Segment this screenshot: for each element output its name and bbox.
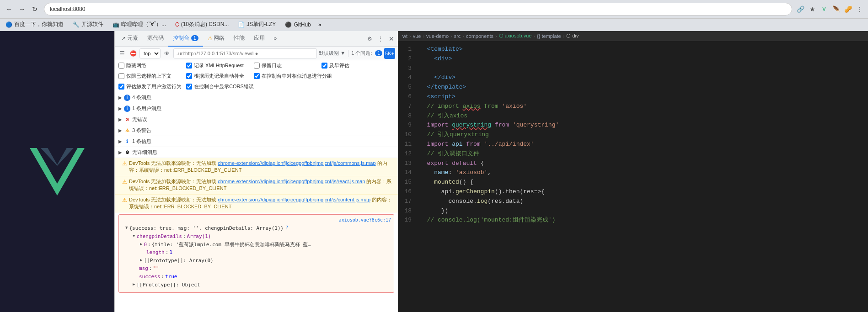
eye-icon[interactable]: 👁 (162, 49, 171, 58)
filter-autocomplete-checkbox[interactable] (186, 73, 192, 79)
filter-log-xmlhttp[interactable]: 记录 XMLHttpRequest (186, 62, 250, 69)
tab-sources[interactable]: 源代码 (143, 31, 168, 47)
breadcrumb-src[interactable]: src (454, 33, 461, 39)
filter-hide-network-checkbox[interactable] (118, 63, 124, 69)
code-name-comma: , (488, 168, 491, 178)
tab-console[interactable]: 控制台 1 (168, 31, 203, 47)
warn-icon-small: ⚠ (208, 35, 213, 42)
filter-hide-network[interactable]: 隐藏网络 (118, 62, 182, 69)
filter-cors-errors-checkbox[interactable] (186, 84, 192, 90)
tab-network-label: 网络 (214, 34, 225, 42)
message-group-user-header[interactable]: ▶ i 1 条用户消息 (115, 103, 398, 114)
bookmark-csdn[interactable]: C (10条消息) CSDN... (173, 20, 230, 29)
line-num-11[interactable]: 11 (398, 140, 416, 149)
filter-log-xmlhttp-checkbox[interactable] (186, 63, 192, 69)
tab-network[interactable]: ⚠ 网络 (203, 31, 229, 47)
bookmark-github[interactable]: ⚫ GitHub (283, 21, 312, 29)
breadcrumb-template[interactable]: {} template (537, 33, 561, 39)
share-icon[interactable]: 🔗 (796, 5, 805, 14)
code-qs-path: 'querystring' (513, 121, 559, 130)
line-num-18[interactable]: 18 (398, 206, 416, 216)
warning-link-3[interactable]: chrome-extension://dipiagiiohfljcicegpgf… (218, 197, 370, 202)
line-num-14[interactable]: 14 (398, 168, 416, 178)
tab-elements[interactable]: ↗ 元素 (117, 31, 143, 47)
message-group-errors-header[interactable]: ▶ ⊘ 无错误 (115, 114, 398, 125)
breadcrumb-wt[interactable]: wt (402, 33, 407, 39)
ext-icon[interactable]: 🪶 (831, 5, 841, 14)
line-num-9[interactable]: 9 (398, 121, 416, 130)
filter-user-activation[interactable]: 评估触发了用户激活行为 (118, 83, 182, 90)
more-options-icon[interactable]: ⋮ (376, 34, 385, 43)
console-settings-btn[interactable]: 5K+ (384, 48, 395, 59)
bookmark-baidu[interactable]: 🔵 百度一下，你就知道 (4, 20, 65, 29)
level-select-label[interactable]: 默认级别 ▼ (319, 50, 345, 57)
line-num-6[interactable]: 6 (398, 92, 416, 102)
filter-autocomplete[interactable]: 根据历史记录自动补全 (186, 73, 250, 79)
tab-application[interactable]: 应用 (249, 31, 269, 47)
address-bar[interactable]: localhost:8080 (44, 3, 792, 16)
filter-preserve-log[interactable]: 保留日志 (254, 62, 318, 69)
filter-cors-errors[interactable]: 在控制台中显示CORS错误 (186, 83, 268, 90)
breadcrumb-axiosob[interactable]: ⬡ axiosob.vue (499, 33, 532, 39)
filter-preserve-log-checkbox[interactable] (254, 63, 260, 69)
tab-more[interactable]: » (269, 31, 282, 47)
filter-group-similar[interactable]: 在控制台中对相似消息进行分组 (254, 73, 332, 79)
bookmark-js[interactable]: 📄 JS单词-LZY (236, 20, 278, 29)
line-num-17[interactable]: 17 (398, 197, 416, 206)
refresh-button[interactable]: ↻ (29, 4, 40, 15)
breadcrumb-vue[interactable]: vue (413, 33, 421, 39)
sidebar-toggle-icon[interactable]: ☰ (118, 49, 127, 58)
line-num-3[interactable]: 3 (398, 64, 416, 74)
line-num-5[interactable]: 5 (398, 83, 416, 92)
obj-root[interactable]: ▼ {success: true, msg: '', chengpinDetai… (122, 224, 391, 233)
back-button[interactable]: ← (4, 4, 15, 15)
filter-selected-context[interactable]: 仅限已选择的上下文 (118, 73, 182, 79)
line-num-7[interactable]: 7 (398, 102, 416, 111)
vue-ext-icon[interactable]: V (820, 5, 829, 14)
settings-gear-icon[interactable]: ⚙ (365, 34, 374, 43)
filter-group-similar-checkbox[interactable] (254, 73, 260, 79)
code-div-close: </div> (420, 73, 455, 83)
line-num-2[interactable]: 2 (398, 54, 416, 64)
warning-link-2[interactable]: chrome-extension://dipiagiiohfljcicegpgf… (218, 179, 365, 184)
frame-select[interactable]: top (139, 48, 161, 58)
prototype-obj-row[interactable]: ▶ [[Prototype]]: Object (129, 281, 391, 289)
bookmark-opensource[interactable]: 🔧 开源软件 (71, 20, 105, 29)
message-group-warnings-header[interactable]: ▶ ⚠ 3 条警告 (115, 125, 398, 136)
line-num-19[interactable]: 19 (398, 216, 416, 225)
filter-selected-context-checkbox[interactable] (118, 73, 124, 79)
filter-input[interactable] (173, 48, 317, 58)
line-num-13[interactable]: 13 (398, 159, 416, 169)
filter-early-eval[interactable]: 及早评估 (321, 62, 386, 69)
line-num-8[interactable]: 8 (398, 111, 416, 121)
tab-performance[interactable]: 性能 (229, 31, 249, 47)
line-num-10[interactable]: 10 (398, 130, 416, 140)
warning-link-1[interactable]: chrome-extension://dipiagiiohfljcicegpgf… (218, 160, 375, 166)
line-num-16[interactable]: 16 (398, 187, 416, 197)
line-num-15[interactable]: 15 (398, 178, 416, 187)
line-num-12[interactable]: 12 (398, 149, 416, 159)
menu-icon[interactable]: ⋮ (855, 5, 864, 14)
puzzle-icon[interactable]: 🥜 (843, 5, 852, 14)
chengpin-details-row[interactable]: ▼ chengpinDetails : Array(1) (129, 233, 391, 241)
message-group-detail-header[interactable]: ▶ ⚙ 无详细消息 (115, 147, 398, 158)
console-source[interactable]: axiosob.vue?8c6c:17 (122, 217, 391, 222)
close-devtools-icon[interactable]: ✕ (387, 34, 396, 43)
prototype-arr-row[interactable]: ▶ [[Prototype]]: Array(0) (136, 257, 391, 265)
code-comment-mounted: // console.log('mounted:组件渲染完成') (420, 216, 555, 225)
forward-button[interactable]: → (16, 4, 27, 15)
bookmark-bilibili[interactable]: 📺 哔哩哔哩（ˇ∀ˇ）... (111, 20, 168, 29)
breadcrumb-components[interactable]: components (466, 33, 493, 39)
filter-early-eval-checkbox[interactable] (321, 63, 327, 69)
line-num-1[interactable]: 1 (398, 45, 416, 54)
item-0-row[interactable]: ▶ 0 : {title: '蓝莓派lmpie.com 早餐牛奶杯创意咖啡杯陶瓷… (136, 241, 391, 249)
console-output: axiosob.vue?8c6c:17 ▼ {success: true, ms… (118, 214, 394, 293)
line-num-4[interactable]: 4 (398, 73, 416, 83)
breadcrumb-vue-demo[interactable]: vue-demo (426, 33, 449, 39)
star-icon[interactable]: ★ (808, 5, 817, 14)
message-group-all-header[interactable]: ▶ i 4 条消息 (115, 92, 398, 103)
more-bookmarks[interactable]: » (318, 21, 321, 28)
message-group-info-header[interactable]: ▶ ℹ 1 条信息 (115, 136, 398, 147)
clear-console-icon[interactable]: ⛔ (129, 49, 138, 58)
filter-user-activation-checkbox[interactable] (118, 84, 124, 90)
